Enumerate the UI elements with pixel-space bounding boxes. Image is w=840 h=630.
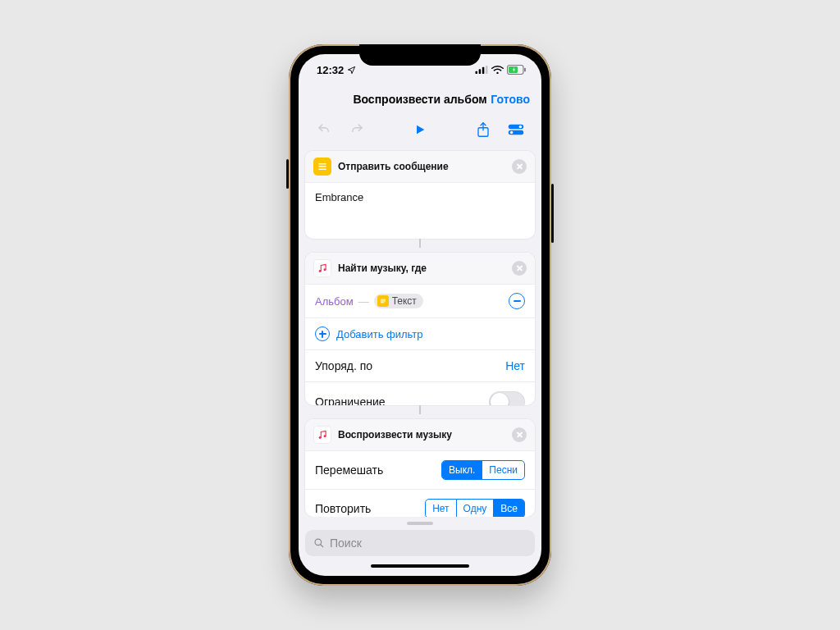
home-indicator[interactable] [371, 564, 469, 568]
search-icon [313, 537, 325, 549]
filter-value-pill[interactable]: Текст [374, 294, 423, 308]
editor-toolbar [299, 113, 541, 146]
svg-point-10 [519, 126, 523, 129]
repeat-label: Повторить [315, 502, 371, 515]
signal-icon [475, 66, 488, 74]
card-title: Воспроизвести музыку [338, 429, 505, 441]
action-card-play-music[interactable]: Воспроизвести музыку Перемешать Выкл.Пес… [305, 419, 535, 517]
svg-point-14 [324, 269, 326, 272]
svg-point-16 [324, 435, 326, 437]
status-time: 12:32 [317, 64, 344, 76]
battery-icon [507, 65, 527, 75]
action-card-send-message[interactable]: Отправить сообщение Embrance [305, 151, 535, 239]
list-icon [313, 158, 331, 176]
action-card-find-music[interactable]: Найти музыку, где Альбом — Текст [305, 253, 535, 405]
seg-option[interactable]: Нет [426, 500, 456, 517]
share-button[interactable] [471, 121, 495, 138]
phone-frame: 12:32 Воспроизвести альбом Готово [289, 44, 551, 586]
svg-point-15 [319, 436, 322, 439]
shuffle-label: Перемешать [315, 463, 383, 477]
screen: 12:32 Воспроизвести альбом Готово [299, 54, 541, 576]
nav-bar: Воспроизвести альбом Готово [299, 85, 541, 113]
limit-label: Ограничение [315, 395, 386, 405]
seg-option[interactable]: Выкл. [442, 461, 482, 479]
sort-label: Упоряд. по [315, 359, 372, 372]
page-title: Воспроизвести альбом [353, 93, 486, 106]
svg-rect-2 [482, 67, 485, 74]
remove-filter-button[interactable] [509, 293, 525, 309]
repeat-segmented-control[interactable]: НетОднуВсе [425, 499, 525, 517]
workflow-canvas: Отправить сообщение Embrance Найти музык… [299, 146, 541, 517]
message-text-input[interactable]: Embrance [305, 183, 535, 239]
plus-circle-icon [315, 326, 330, 341]
location-arrow-icon [347, 66, 356, 75]
seg-option[interactable]: Песни [482, 461, 524, 479]
seg-option[interactable]: Все [494, 500, 524, 517]
search-input[interactable]: Поиск [305, 530, 535, 556]
redo-button[interactable] [345, 122, 369, 137]
delete-card-button[interactable] [512, 159, 527, 174]
svg-rect-3 [486, 66, 488, 74]
sheet-grabber[interactable] [407, 522, 433, 525]
svg-rect-7 [524, 68, 526, 72]
pill-label: Текст [392, 295, 417, 307]
svg-point-4 [496, 71, 498, 73]
card-title: Найти музыку, где [338, 262, 505, 274]
svg-point-13 [319, 270, 322, 272]
repeat-row: Повторить НетОднуВсе [305, 490, 535, 517]
bottom-sheet: Поиск [299, 517, 541, 576]
filter-field[interactable]: Альбом [315, 295, 354, 308]
connector-line [419, 405, 421, 414]
music-app-icon [313, 259, 331, 277]
done-button[interactable]: Готово [491, 93, 530, 106]
sort-by-row[interactable]: Упоряд. по Нет [305, 350, 535, 382]
svg-rect-1 [479, 69, 482, 74]
seg-option[interactable]: Одну [457, 500, 495, 517]
music-app-icon [313, 426, 331, 444]
notch [359, 44, 481, 66]
shuffle-row: Перемешать Выкл.Песни [305, 451, 535, 490]
sort-value: Нет [505, 359, 525, 372]
add-filter-button[interactable]: Добавить фильтр [305, 318, 535, 350]
search-placeholder: Поиск [330, 536, 362, 550]
limit-toggle[interactable] [489, 391, 525, 405]
svg-point-12 [510, 131, 514, 135]
add-filter-label: Добавить фильтр [336, 328, 423, 340]
settings-toggles-button[interactable] [504, 123, 528, 136]
text-var-icon [377, 295, 389, 307]
undo-button[interactable] [312, 122, 336, 137]
card-title: Отправить сообщение [338, 161, 505, 172]
limit-row: Ограничение [305, 382, 535, 405]
delete-card-button[interactable] [512, 261, 527, 276]
delete-card-button[interactable] [512, 427, 527, 442]
wifi-icon [491, 66, 504, 75]
filter-row: Альбом — Текст [305, 285, 535, 318]
shuffle-segmented-control[interactable]: Выкл.Песни [441, 460, 525, 480]
play-button[interactable] [408, 123, 432, 136]
connector-line [419, 239, 421, 248]
svg-rect-0 [476, 71, 478, 74]
